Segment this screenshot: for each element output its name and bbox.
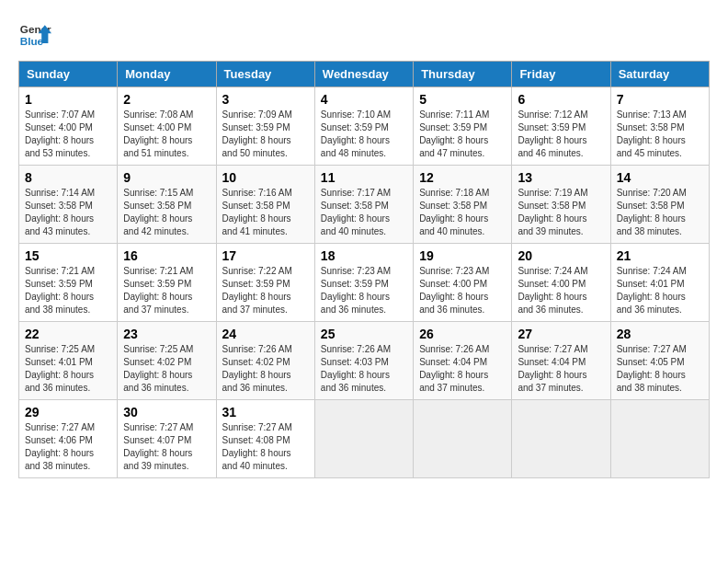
calendar-week-5: 29 Sunrise: 7:27 AM Sunset: 4:06 PM Dayl… (19, 400, 710, 478)
calendar-cell: 7 Sunrise: 7:13 AM Sunset: 3:58 PM Dayli… (610, 87, 709, 166)
day-info: Sunrise: 7:26 AM Sunset: 4:02 PM Dayligh… (222, 343, 309, 395)
day-number: 19 (419, 248, 506, 263)
calendar-cell (414, 400, 512, 478)
page-header: General Blue (18, 18, 710, 52)
calendar-cell: 26 Sunrise: 7:26 AM Sunset: 4:04 PM Dayl… (414, 322, 512, 400)
calendar-table: SundayMondayTuesdayWednesdayThursdayFrid… (18, 61, 710, 478)
day-info: Sunrise: 7:22 AM Sunset: 3:59 PM Dayligh… (222, 265, 309, 316)
calendar-cell: 11 Sunrise: 7:17 AM Sunset: 3:58 PM Dayl… (314, 166, 413, 244)
day-info: Sunrise: 7:24 AM Sunset: 4:01 PM Dayligh… (617, 265, 703, 316)
calendar-cell: 31 Sunrise: 7:27 AM Sunset: 4:08 PM Dayl… (216, 400, 314, 478)
calendar-cell: 18 Sunrise: 7:23 AM Sunset: 3:59 PM Dayl… (314, 244, 413, 322)
day-number: 13 (518, 170, 604, 185)
calendar-cell (610, 400, 709, 478)
weekday-header-monday: Monday (118, 62, 216, 87)
calendar-week-1: 1 Sunrise: 7:07 AM Sunset: 4:00 PM Dayli… (19, 87, 710, 166)
day-info: Sunrise: 7:11 AM Sunset: 3:59 PM Dayligh… (419, 109, 506, 160)
weekday-header-tuesday: Tuesday (216, 62, 314, 87)
day-info: Sunrise: 7:25 AM Sunset: 4:02 PM Dayligh… (123, 343, 210, 395)
day-info: Sunrise: 7:23 AM Sunset: 3:59 PM Dayligh… (321, 265, 407, 316)
day-info: Sunrise: 7:26 AM Sunset: 4:04 PM Dayligh… (419, 343, 506, 395)
day-number: 22 (25, 327, 111, 341)
calendar-cell: 14 Sunrise: 7:20 AM Sunset: 3:58 PM Dayl… (610, 166, 709, 244)
day-number: 3 (222, 92, 309, 107)
weekday-header-friday: Friday (512, 62, 610, 87)
day-info: Sunrise: 7:18 AM Sunset: 3:58 PM Dayligh… (419, 187, 506, 238)
calendar-week-2: 8 Sunrise: 7:14 AM Sunset: 3:58 PM Dayli… (19, 166, 710, 244)
day-info: Sunrise: 7:13 AM Sunset: 3:58 PM Dayligh… (617, 109, 703, 160)
day-info: Sunrise: 7:25 AM Sunset: 4:01 PM Dayligh… (25, 343, 111, 395)
day-number: 29 (25, 405, 111, 419)
day-number: 7 (617, 92, 703, 107)
day-info: Sunrise: 7:20 AM Sunset: 3:58 PM Dayligh… (617, 187, 703, 238)
calendar-week-4: 22 Sunrise: 7:25 AM Sunset: 4:01 PM Dayl… (19, 322, 710, 400)
day-number: 18 (321, 248, 407, 263)
day-number: 24 (222, 327, 309, 341)
day-info: Sunrise: 7:27 AM Sunset: 4:08 PM Dayligh… (222, 421, 309, 473)
day-info: Sunrise: 7:21 AM Sunset: 3:59 PM Dayligh… (25, 265, 111, 316)
weekday-header-wednesday: Wednesday (314, 62, 413, 87)
day-info: Sunrise: 7:16 AM Sunset: 3:58 PM Dayligh… (222, 187, 309, 238)
calendar-cell: 20 Sunrise: 7:24 AM Sunset: 4:00 PM Dayl… (512, 244, 610, 322)
calendar-week-3: 15 Sunrise: 7:21 AM Sunset: 3:59 PM Dayl… (19, 244, 710, 322)
day-number: 23 (123, 327, 210, 341)
day-number: 5 (419, 92, 506, 107)
day-number: 21 (617, 248, 703, 263)
day-number: 14 (617, 170, 703, 185)
day-info: Sunrise: 7:10 AM Sunset: 3:59 PM Dayligh… (321, 109, 407, 160)
day-number: 28 (617, 327, 703, 341)
day-number: 6 (518, 92, 604, 107)
day-info: Sunrise: 7:09 AM Sunset: 3:59 PM Dayligh… (222, 109, 309, 160)
day-number: 30 (123, 405, 210, 419)
day-number: 17 (222, 248, 309, 263)
calendar-cell: 2 Sunrise: 7:08 AM Sunset: 4:00 PM Dayli… (118, 87, 216, 166)
day-number: 27 (518, 327, 604, 341)
calendar-cell: 4 Sunrise: 7:10 AM Sunset: 3:59 PM Dayli… (314, 87, 413, 166)
weekday-header-row: SundayMondayTuesdayWednesdayThursdayFrid… (19, 62, 710, 87)
day-number: 25 (321, 327, 407, 341)
calendar-cell: 23 Sunrise: 7:25 AM Sunset: 4:02 PM Dayl… (118, 322, 216, 400)
day-number: 20 (518, 248, 604, 263)
day-number: 8 (25, 170, 111, 185)
day-info: Sunrise: 7:24 AM Sunset: 4:00 PM Dayligh… (518, 265, 604, 316)
calendar-cell: 6 Sunrise: 7:12 AM Sunset: 3:59 PM Dayli… (512, 87, 610, 166)
day-number: 2 (123, 92, 210, 107)
calendar-cell: 1 Sunrise: 7:07 AM Sunset: 4:00 PM Dayli… (19, 87, 118, 166)
logo: General Blue (18, 18, 51, 52)
calendar-cell: 21 Sunrise: 7:24 AM Sunset: 4:01 PM Dayl… (610, 244, 709, 322)
weekday-header-saturday: Saturday (610, 62, 709, 87)
day-number: 11 (321, 170, 407, 185)
calendar-cell: 28 Sunrise: 7:27 AM Sunset: 4:05 PM Dayl… (610, 322, 709, 400)
calendar-cell: 24 Sunrise: 7:26 AM Sunset: 4:02 PM Dayl… (216, 322, 314, 400)
calendar-cell: 10 Sunrise: 7:16 AM Sunset: 3:58 PM Dayl… (216, 166, 314, 244)
day-number: 26 (419, 327, 506, 341)
day-info: Sunrise: 7:07 AM Sunset: 4:00 PM Dayligh… (25, 109, 111, 160)
calendar-cell: 8 Sunrise: 7:14 AM Sunset: 3:58 PM Dayli… (19, 166, 118, 244)
weekday-header-sunday: Sunday (19, 62, 118, 87)
calendar-cell: 5 Sunrise: 7:11 AM Sunset: 3:59 PM Dayli… (414, 87, 512, 166)
day-number: 16 (123, 248, 210, 263)
day-number: 9 (123, 170, 210, 185)
calendar-cell: 25 Sunrise: 7:26 AM Sunset: 4:03 PM Dayl… (314, 322, 413, 400)
day-number: 10 (222, 170, 309, 185)
day-number: 31 (222, 405, 309, 419)
calendar-cell: 12 Sunrise: 7:18 AM Sunset: 3:58 PM Dayl… (414, 166, 512, 244)
calendar-cell: 16 Sunrise: 7:21 AM Sunset: 3:59 PM Dayl… (118, 244, 216, 322)
calendar-cell (512, 400, 610, 478)
calendar-cell (314, 400, 413, 478)
svg-text:Blue: Blue (20, 35, 44, 47)
day-info: Sunrise: 7:27 AM Sunset: 4:07 PM Dayligh… (123, 421, 210, 473)
day-info: Sunrise: 7:27 AM Sunset: 4:05 PM Dayligh… (617, 343, 703, 395)
calendar-cell: 3 Sunrise: 7:09 AM Sunset: 3:59 PM Dayli… (216, 87, 314, 166)
calendar-cell: 30 Sunrise: 7:27 AM Sunset: 4:07 PM Dayl… (118, 400, 216, 478)
day-info: Sunrise: 7:15 AM Sunset: 3:58 PM Dayligh… (123, 187, 210, 238)
day-info: Sunrise: 7:27 AM Sunset: 4:04 PM Dayligh… (518, 343, 604, 395)
day-number: 12 (419, 170, 506, 185)
day-number: 4 (321, 92, 407, 107)
day-info: Sunrise: 7:27 AM Sunset: 4:06 PM Dayligh… (25, 421, 111, 473)
day-info: Sunrise: 7:14 AM Sunset: 3:58 PM Dayligh… (25, 187, 111, 238)
calendar-cell: 22 Sunrise: 7:25 AM Sunset: 4:01 PM Dayl… (19, 322, 118, 400)
weekday-header-thursday: Thursday (414, 62, 512, 87)
calendar-cell: 19 Sunrise: 7:23 AM Sunset: 4:00 PM Dayl… (414, 244, 512, 322)
calendar-cell: 15 Sunrise: 7:21 AM Sunset: 3:59 PM Dayl… (19, 244, 118, 322)
